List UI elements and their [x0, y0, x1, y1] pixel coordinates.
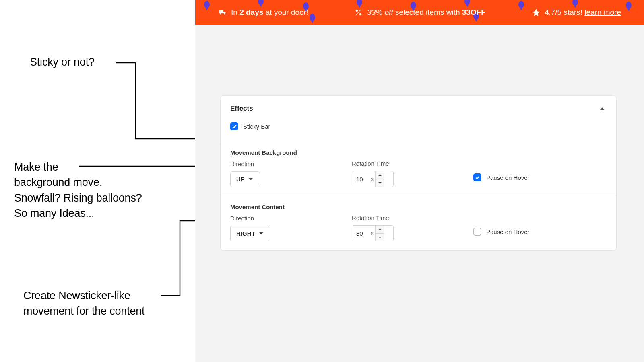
preview-pane: In 2 days at your door! 33% off selected…	[195, 0, 644, 362]
promo-item-discount: 33% off selected items with 33OFF	[354, 8, 486, 17]
learn-more-link[interactable]: learn more	[584, 8, 621, 16]
percent-icon	[354, 8, 363, 17]
stepper-up-button[interactable]	[376, 171, 384, 179]
pause-label: Pause on Hover	[486, 228, 530, 235]
balloon-icon	[310, 14, 315, 21]
chevron-down-icon	[259, 232, 263, 234]
input-ct-rotation[interactable]: s	[352, 225, 394, 241]
balloon-icon	[626, 2, 632, 9]
promo-text: 33% off selected items with 33OFF	[367, 8, 486, 17]
balloon-icon	[464, 0, 470, 5]
pause-label: Pause on Hover	[486, 174, 530, 181]
group-title-background: Movement Background	[230, 149, 607, 156]
balloon-icon	[572, 0, 578, 6]
promo-item-shipping: In 2 days at your door!	[218, 8, 308, 17]
promo-item-rating: 4.7/5 stars! learn more	[532, 8, 621, 17]
unit-label: s	[371, 171, 375, 187]
annotation-background: Make the background move. Snowfall? Risi…	[14, 159, 142, 221]
label-rotation: Rotation Time	[352, 214, 460, 221]
stepper-down-button[interactable]	[376, 233, 384, 241]
promo-text: In 2 days at your door!	[231, 8, 308, 17]
input-ct-rotation-value[interactable]	[352, 226, 371, 241]
effects-card: Effects Sticky Bar Movement Background D…	[220, 95, 617, 251]
chevron-down-icon	[249, 178, 253, 180]
label-direction: Direction	[230, 215, 339, 222]
stepper-up-button[interactable]	[376, 226, 384, 233]
checkbox-ct-pause[interactable]	[473, 228, 481, 236]
checkbox-sticky-bar[interactable]	[230, 122, 238, 130]
input-bg-rotation-value[interactable]	[352, 171, 371, 187]
sticky-bar-label: Sticky Bar	[243, 123, 270, 130]
annotation-sticky: Sticky or not?	[30, 54, 95, 70]
row-movement-content: Movement Content Direction RIGHT Rotatio…	[221, 196, 616, 250]
group-title-content: Movement Content	[230, 204, 607, 210]
select-ct-direction[interactable]: RIGHT	[230, 226, 269, 241]
balloon-icon	[258, 0, 264, 5]
card-title: Effects	[230, 105, 253, 113]
collapse-caret-icon	[600, 107, 604, 110]
annotation-content: Create Newsticker-like movement for the …	[23, 288, 144, 319]
balloon-icon	[204, 1, 210, 8]
card-header[interactable]: Effects	[221, 96, 616, 121]
select-bg-direction[interactable]: UP	[230, 171, 260, 187]
annotation-panel: Sticky or not? Make the background move.…	[0, 0, 195, 362]
label-direction: Direction	[230, 160, 339, 167]
label-rotation: Rotation Time	[352, 160, 460, 167]
row-sticky: Sticky Bar	[221, 121, 616, 142]
unit-label: s	[371, 226, 375, 241]
row-movement-background: Movement Background Direction UP Rotatio…	[221, 142, 616, 196]
star-icon	[532, 8, 541, 17]
input-bg-rotation[interactable]: s	[352, 171, 394, 187]
balloon-icon	[357, 0, 362, 6]
balloon-icon	[518, 1, 524, 8]
truck-icon	[218, 8, 227, 17]
promo-text: 4.7/5 stars! learn more	[545, 8, 621, 17]
checkbox-bg-pause[interactable]	[473, 173, 481, 181]
stepper-down-button[interactable]	[376, 179, 384, 187]
promo-bar: In 2 days at your door! 33% off selected…	[195, 0, 644, 25]
